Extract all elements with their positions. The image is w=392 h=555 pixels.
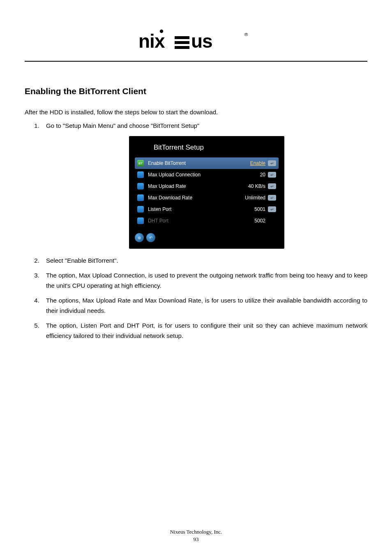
step-text: The option, Listen Port and DHT Port, is… (46, 322, 367, 340)
step-text: The option, Max Upload Connection, is us… (46, 272, 367, 289)
step-item: The option, Listen Port and DHT Port, is… (41, 320, 367, 341)
enter-icon: ↵ (268, 195, 276, 201)
step-item: The options, Max Upload Rate and Max Dow… (41, 295, 367, 316)
nav-globe-icon[interactable]: ⊕ (135, 233, 144, 242)
setup-row-value: 40 KB/s (248, 182, 265, 190)
step-text: Go to "Setup Main Menu" and choose "BitT… (46, 122, 199, 129)
nav-back-icon[interactable]: ↶ (146, 233, 155, 242)
enter-icon: ↵ (268, 172, 276, 178)
bt-icon: BT (137, 160, 144, 166)
header-divider (25, 61, 367, 62)
setup-row-value: Unlimited (245, 194, 265, 202)
setup-panel-title: BitTorrent Setup (129, 136, 284, 158)
setup-row-max-upload-connection[interactable]: Max Upload Connection20↵ (135, 169, 279, 180)
step-item: Go to "Setup Main Menu" and choose "BitT… (41, 120, 367, 249)
setup-row-value: 20 (260, 171, 265, 179)
enter-icon: ↵ (268, 183, 276, 189)
setup-row-label: DHT Port (148, 217, 254, 225)
step-item: Select "Enable BitTorrent". (41, 255, 367, 266)
step-text: The options, Max Upload Rate and Max Dow… (46, 297, 367, 314)
svg-text:us: us (191, 30, 212, 52)
setup-row-max-download-rate[interactable]: Max Download RateUnlimited↵ (135, 192, 279, 204)
setting-icon (137, 194, 144, 201)
page-footer: Nixeus Technology, Inc. 93 (0, 529, 392, 543)
setup-row-label: Enable BitTorrent (148, 159, 250, 167)
setup-row-value: Enable (250, 159, 265, 167)
step-text: Select "Enable BitTorrent". (46, 257, 118, 264)
intro-text: After the HDD is installed, follow the s… (25, 109, 367, 116)
setup-row-dht-port: DHT Port5002↵ (135, 215, 279, 227)
setup-row-label: Max Download Rate (148, 194, 245, 202)
setup-row-label: Listen Port (148, 205, 254, 213)
brand-logo: nix us ® (25, 21, 367, 58)
steps-list: Go to "Setup Main Menu" and choose "BitT… (25, 120, 367, 341)
svg-rect-3 (175, 41, 189, 44)
setting-icon (137, 171, 144, 178)
setup-footer-icons: ⊕ ↶ (129, 229, 284, 249)
setup-row-enable-bittorrent[interactable]: BTEnable BitTorrentEnable↵ (135, 157, 279, 169)
footer-page-number: 93 (0, 536, 392, 543)
svg-rect-2 (175, 36, 189, 39)
setting-icon (137, 217, 144, 224)
svg-text:nix: nix (138, 30, 165, 52)
setup-row-label: Max Upload Rate (148, 182, 248, 190)
setup-row-value: 5002 (254, 217, 265, 225)
footer-company: Nixeus Technology, Inc. (0, 529, 392, 535)
setup-row-label: Max Upload Connection (148, 171, 260, 179)
setup-row-value: 5001 (254, 205, 265, 213)
step-item: The option, Max Upload Connection, is us… (41, 270, 367, 291)
setup-row-max-upload-rate[interactable]: Max Upload Rate40 KB/s↵ (135, 180, 279, 192)
section-heading: Enabling the BitTorrent Client (25, 86, 367, 96)
registered-mark: ® (244, 32, 248, 37)
setup-row-listen-port[interactable]: Listen Port5001↵ (135, 204, 279, 215)
enter-icon: ↵ (268, 160, 276, 166)
bittorrent-setup-panel: BitTorrent Setup BTEnable BitTorrentEnab… (129, 136, 284, 249)
setting-icon (137, 206, 144, 213)
setting-icon (137, 183, 144, 190)
svg-rect-4 (175, 46, 189, 49)
enter-icon: ↵ (268, 206, 276, 212)
